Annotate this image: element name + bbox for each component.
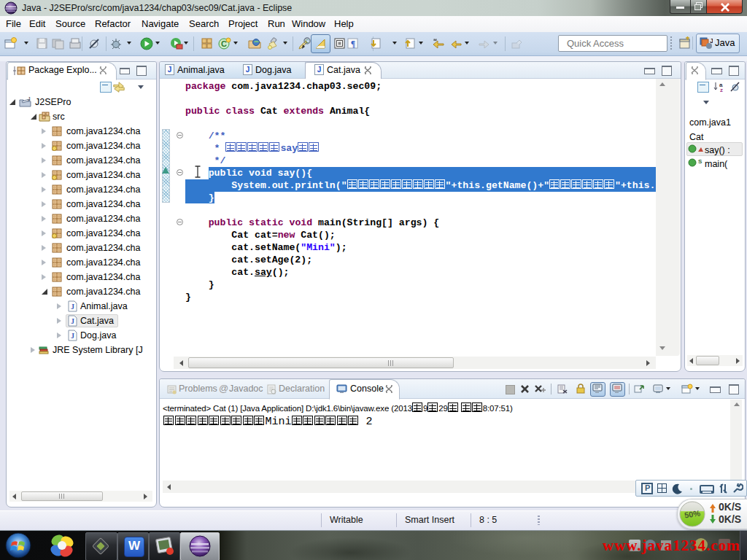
svg-text:C: C [305, 39, 309, 44]
svg-text:S: S [698, 158, 703, 165]
svg-text:J: J [28, 96, 31, 101]
svg-text:J: J [710, 37, 713, 44]
svg-text:J: J [71, 332, 74, 340]
svg-text:z: z [720, 87, 723, 93]
svg-text:J: J [71, 317, 74, 325]
svg-text:J: J [71, 303, 74, 311]
svg-text:¶: ¶ [351, 39, 355, 49]
